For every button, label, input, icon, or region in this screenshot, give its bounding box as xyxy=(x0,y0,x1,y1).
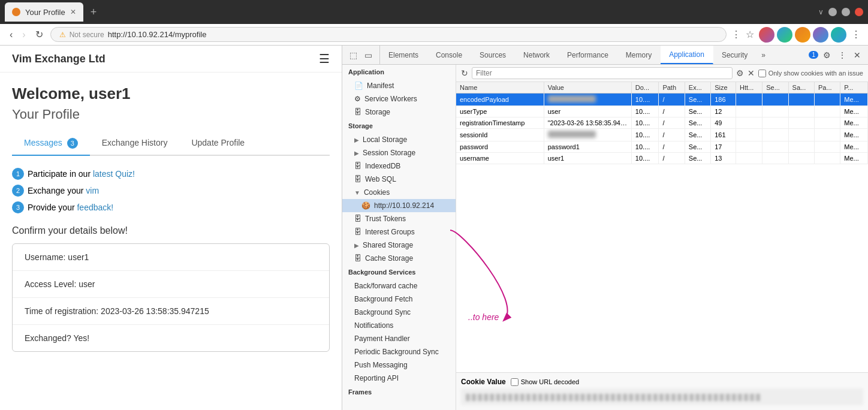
col-sameparty[interactable]: Pa... xyxy=(814,82,840,94)
profile-icon-1[interactable] xyxy=(759,27,774,43)
session-storage-item[interactable]: ▶ Session Storage xyxy=(342,146,456,159)
background-fetch-item[interactable]: Background Fetch xyxy=(342,293,456,306)
vim-link[interactable]: vim xyxy=(86,186,99,195)
cookie-value-panel: Cookie Value Show URL decoded ██████████… xyxy=(456,372,868,410)
dt-tab-console[interactable]: Console xyxy=(427,46,471,64)
forward-button[interactable]: › xyxy=(20,28,28,41)
refresh-cookies-button[interactable]: ↻ xyxy=(461,68,468,78)
device-icon[interactable]: ▭ xyxy=(362,49,375,61)
table-row[interactable]: password password1 10.... / Se... 17 Me.… xyxy=(456,141,868,153)
tab-close-btn[interactable]: ✕ xyxy=(70,8,76,16)
profile-icon-3[interactable] xyxy=(795,27,810,43)
col-secure[interactable]: Se... xyxy=(762,82,788,94)
cookie-value-cell: user xyxy=(544,106,631,117)
tab-update-profile[interactable]: Update Profile xyxy=(179,132,257,156)
minimize-button[interactable] xyxy=(828,8,837,16)
dt-tab-sources[interactable]: Sources xyxy=(471,46,515,64)
table-row[interactable]: userType user 10.... / Se... 12 Me... xyxy=(456,106,868,117)
filter-input[interactable] xyxy=(472,67,733,79)
table-row[interactable]: username user1 10.... / Se... 13 Me... xyxy=(456,153,868,164)
cookie-issue-checkbox[interactable] xyxy=(758,70,766,77)
interest-groups-item[interactable]: 🗄 Interest Groups xyxy=(342,225,456,239)
url-bar[interactable]: ⚠ Not secure http://10.10.92.214/myprofi… xyxy=(50,27,727,42)
profile-icon-2[interactable] xyxy=(777,27,792,43)
cookies-item[interactable]: ▼ Cookies xyxy=(342,186,456,199)
col-name[interactable]: Name xyxy=(456,82,544,94)
reporting-api-item[interactable]: Reporting API xyxy=(342,372,456,385)
manifest-item[interactable]: 📄 Manifest xyxy=(342,79,456,92)
bookmark-icon[interactable]: ☆ xyxy=(746,29,754,40)
storage-item[interactable]: 🗄 Storage xyxy=(342,105,456,119)
dt-tab-memory[interactable]: Memory xyxy=(617,46,661,64)
websql-item[interactable]: 🗄 Web SQL xyxy=(342,173,456,186)
push-messaging-item[interactable]: Push Messaging xyxy=(342,358,456,372)
cookies-host-item[interactable]: 🍪 http://10.10.92.214 xyxy=(342,199,456,212)
profile-icon-4[interactable] xyxy=(813,27,828,43)
active-tab[interactable]: Your Profile ✕ xyxy=(5,2,83,22)
notifications-item[interactable]: Notifications xyxy=(342,319,456,332)
cookie-path-cell: / xyxy=(659,153,685,164)
dt-tab-performance[interactable]: Performance xyxy=(559,46,617,64)
share-icon[interactable]: ⋮ xyxy=(731,29,741,40)
col-priority[interactable]: P... xyxy=(840,82,868,94)
tab-messages[interactable]: Messages 3 xyxy=(12,132,90,156)
clear-filter-button[interactable]: ✕ xyxy=(748,68,755,78)
col-size[interactable]: Size xyxy=(711,82,736,94)
cookie-value-cell: "2023-03-26 13:58:35.947..." xyxy=(544,117,631,129)
feedback-link[interactable]: feedback! xyxy=(77,203,113,212)
indexeddb-item[interactable]: 🗄 IndexedDB xyxy=(342,159,456,173)
new-tab-button[interactable]: + xyxy=(86,4,102,21)
local-storage-item[interactable]: ▶ Local Storage xyxy=(342,133,456,146)
tab-dropdown-arrow[interactable]: ∨ xyxy=(818,8,824,16)
quiz-link[interactable]: latest Quiz! xyxy=(93,169,135,179)
table-row[interactable]: registrationTimestamp "2023-03-26 13:58:… xyxy=(456,117,868,129)
payment-handler-item[interactable]: Payment Handler xyxy=(342,332,456,345)
col-value[interactable]: Value xyxy=(544,82,631,94)
cookie-domain-cell: 10.... xyxy=(631,106,659,117)
close-button[interactable] xyxy=(855,8,863,16)
col-samesite[interactable]: Sa... xyxy=(788,82,814,94)
back-button[interactable]: ‹ xyxy=(7,28,15,41)
access-level-field: Access Level: user xyxy=(13,271,329,298)
cookie-secure-cell xyxy=(762,94,788,106)
cookie-name-cell: password xyxy=(456,141,544,153)
col-domain[interactable]: Do... xyxy=(631,82,659,94)
hamburger-menu[interactable]: ☰ xyxy=(319,52,330,66)
dt-tab-application[interactable]: Application xyxy=(661,46,713,64)
tab-exchange-history[interactable]: Exchange History xyxy=(90,132,180,156)
show-url-decoded-label[interactable]: Show URL decoded xyxy=(511,378,579,386)
trust-tokens-item[interactable]: 🗄 Trust Tokens xyxy=(342,212,456,225)
action-list: 1 Participate in our latest Quiz! 2 Exch… xyxy=(12,168,330,213)
background-sync-item[interactable]: Background Sync xyxy=(342,306,456,319)
cache-storage-item[interactable]: 🗄 Cache Storage xyxy=(342,252,456,265)
cookie-issue-label[interactable]: Only show cookies with an issue xyxy=(758,70,863,77)
settings-icon[interactable]: ⚙ xyxy=(821,49,833,61)
maximize-button[interactable] xyxy=(842,8,850,16)
close-devtools-icon[interactable]: ✕ xyxy=(851,49,863,61)
browser-menu-button[interactable]: ⋮ xyxy=(851,29,861,40)
back-forward-cache-item[interactable]: Back/forward cache xyxy=(342,279,456,293)
dt-tab-security[interactable]: Security xyxy=(713,46,757,64)
col-path[interactable]: Path xyxy=(659,82,685,94)
dt-tab-network[interactable]: Network xyxy=(515,46,559,64)
periodic-background-sync-item[interactable]: Periodic Background Sync xyxy=(342,345,456,358)
messages-badge: 3 xyxy=(67,138,78,149)
col-httponly[interactable]: Htt... xyxy=(736,82,762,94)
cookie-value-cell xyxy=(544,129,631,141)
col-expires[interactable]: Ex... xyxy=(685,82,710,94)
more-options-icon[interactable]: ⋮ xyxy=(836,49,849,61)
shared-storage-item[interactable]: ▶ Shared Storage xyxy=(342,239,456,252)
cookie-domain-cell: 10.... xyxy=(631,141,659,153)
cookie-sameparty-cell xyxy=(814,117,840,129)
table-row[interactable]: encodedPayload 10.... / Se... 186 Me... xyxy=(456,94,868,106)
cookie-samesite-cell xyxy=(788,129,814,141)
inspect-icon[interactable]: ⬚ xyxy=(347,49,360,61)
refresh-button[interactable]: ↻ xyxy=(33,28,46,41)
dt-tab-more[interactable]: » xyxy=(757,51,770,59)
table-row[interactable]: sessionId 10.... / Se... 161 Me... xyxy=(456,129,868,141)
profile-icon-5[interactable] xyxy=(831,27,846,43)
show-url-decoded-checkbox[interactable] xyxy=(511,378,519,386)
dt-tab-elements[interactable]: Elements xyxy=(380,46,427,64)
service-workers-item[interactable]: ⚙ Service Workers xyxy=(342,92,456,105)
filter-options-button[interactable]: ⚙ xyxy=(736,68,744,78)
